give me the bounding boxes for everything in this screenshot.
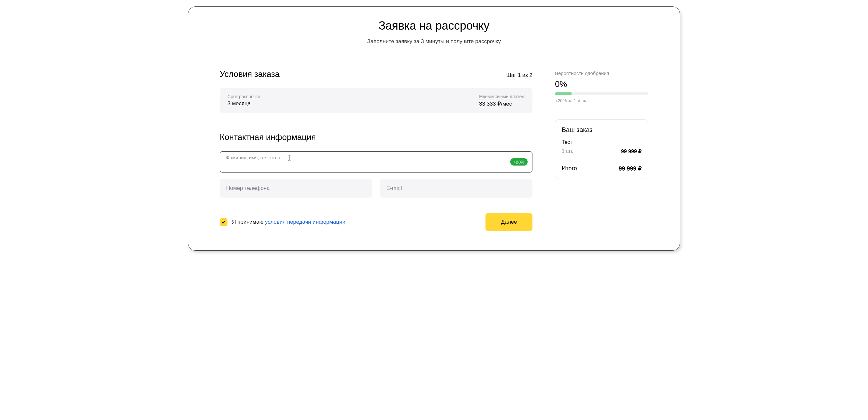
term-payment: Ежемесячный платеж 33 333 ₽/мес <box>479 94 525 107</box>
term-payment-value: 33 333 ₽/мес <box>479 100 525 107</box>
side-column: Вероятность одобрения 0% +20% за 1-й шаг… <box>555 69 648 231</box>
term-duration: Срок рассрочки 3 месяца <box>227 94 260 107</box>
check-icon <box>221 220 226 224</box>
approval-progress-fill <box>555 92 572 95</box>
fullname-label: Фамилия, имя, отчество <box>226 155 526 160</box>
consent-text: Я принимаю условия передачи информации <box>232 219 345 225</box>
order-summary-box: Ваш заказ Тест 1 шт. 99 999 ₽ Итого 99 9… <box>555 119 648 179</box>
phone-placeholder: Номер телефона <box>226 185 270 191</box>
consent-checkbox[interactable] <box>220 218 227 226</box>
page-subtitle: Заполните заявку за 3 минуты и получите … <box>220 38 648 45</box>
order-title: Ваш заказ <box>562 126 642 133</box>
term-payment-label: Ежемесячный платеж <box>479 94 525 99</box>
fullname-input[interactable] <box>226 161 496 167</box>
email-input[interactable]: E-mail <box>380 179 532 198</box>
phone-input[interactable]: Номер телефона <box>220 179 372 198</box>
order-terms-title: Условия заказа <box>220 69 280 79</box>
term-duration-label: Срок рассрочки <box>227 94 260 99</box>
order-item-name: Тест <box>562 139 642 145</box>
page-title: Заявка на рассрочку <box>220 19 648 32</box>
email-placeholder: E-mail <box>386 185 402 191</box>
next-button[interactable]: Далее <box>486 213 532 231</box>
term-duration-value: 3 месяца <box>227 100 260 107</box>
order-item-line: 1 шт. 99 999 ₽ <box>562 148 642 160</box>
fullname-bonus-badge: +20% <box>510 158 528 166</box>
inputs-row: Номер телефона E-mail <box>220 179 532 198</box>
approval-value: 0% <box>555 79 648 89</box>
footer-row: Я принимаю условия передачи информации Д… <box>220 213 532 231</box>
contact-info-title: Контактная информация <box>220 132 532 142</box>
approval-label: Вероятность одобрения <box>555 70 648 76</box>
step-indicator: Шаг 1 из 2 <box>506 72 532 79</box>
fullname-field-wrapper[interactable]: Фамилия, имя, отчество +20% <box>220 151 532 173</box>
content-row: Условия заказа Шаг 1 из 2 Срок рассрочки… <box>220 69 648 231</box>
approval-progress-bar <box>555 92 648 95</box>
order-item-qty: 1 шт. <box>562 148 573 154</box>
order-total-value: 99 999 ₽ <box>619 165 642 172</box>
main-column: Условия заказа Шаг 1 из 2 Срок рассрочки… <box>220 69 532 231</box>
section-header: Условия заказа Шаг 1 из 2 <box>220 69 532 79</box>
terms-box: Срок рассрочки 3 месяца Ежемесячный плат… <box>220 88 532 113</box>
order-item-price: 99 999 ₽ <box>621 148 642 154</box>
consent-link[interactable]: условия передачи информации <box>265 219 345 225</box>
order-total-label: Итого <box>562 165 577 172</box>
consent-row: Я принимаю условия передачи информации <box>220 218 345 226</box>
application-card: Заявка на рассрочку Заполните заявку за … <box>188 6 680 251</box>
consent-prefix: Я принимаю <box>232 219 265 225</box>
order-total-row: Итого 99 999 ₽ <box>562 165 642 172</box>
approval-hint: +20% за 1-й шаг <box>555 98 648 103</box>
